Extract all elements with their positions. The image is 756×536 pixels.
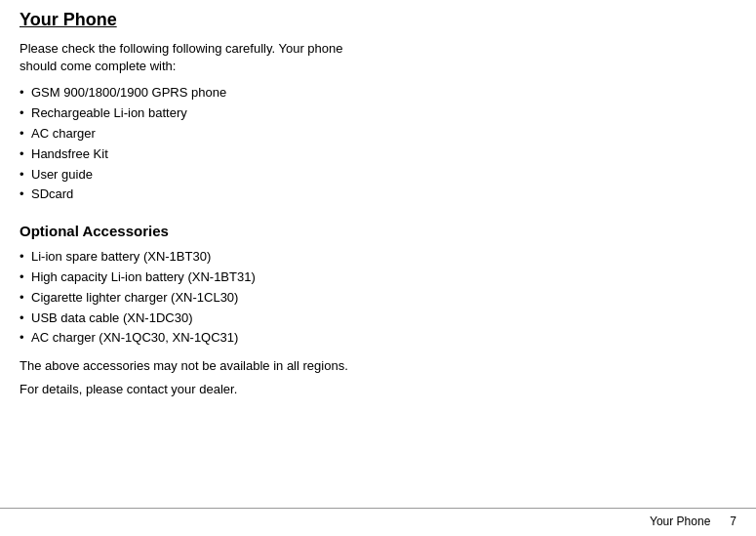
list-item: SDcard xyxy=(20,185,371,205)
list-item: USB data cable (XN-1DC30) xyxy=(20,309,371,329)
footer-page-label: Your Phone xyxy=(650,515,710,528)
list-item: AC charger (XN-1QC30, XN-1QC31) xyxy=(20,328,371,349)
list-item: User guide xyxy=(20,165,371,186)
included-items-list: GSM 900/1800/1900 GPRS phoneRechargeable… xyxy=(20,83,371,205)
list-item: High capacity Li-ion battery (XN-1BT31) xyxy=(20,268,371,288)
list-item: Li-ion spare battery (XN-1BT30) xyxy=(20,247,371,268)
page-title: Your Phone xyxy=(20,10,371,30)
optional-items-list: Li-ion spare battery (XN-1BT30)High capa… xyxy=(20,247,371,349)
list-item: GSM 900/1800/1900 GPRS phone xyxy=(20,83,371,103)
page-content: Your Phone Please check the following fo… xyxy=(0,0,390,422)
intro-paragraph: Please check the following following car… xyxy=(20,40,371,75)
footer-note-2: For details, please contact your dealer. xyxy=(20,380,371,399)
footer-divider xyxy=(0,508,756,509)
page-number: 7 xyxy=(730,515,736,528)
list-item: Rechargeable Li-ion battery xyxy=(20,103,371,124)
optional-accessories-title: Optional Accessories xyxy=(20,223,371,239)
footer-note-1: The above accessories may not be availab… xyxy=(20,356,371,376)
list-item: AC charger xyxy=(20,124,371,144)
page-footer: Your Phone 7 xyxy=(650,515,736,528)
list-item: Handsfree Kit xyxy=(20,144,371,165)
footer-notes: The above accessories may not be availab… xyxy=(20,356,371,398)
list-item: Cigarette lighter charger (XN-1CL30) xyxy=(20,288,371,309)
